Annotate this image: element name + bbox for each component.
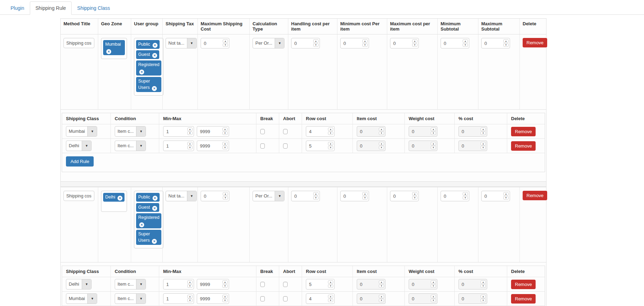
condition-select[interactable]: Item c...▼: [115, 279, 146, 289]
remove-tag-icon[interactable]: ✕: [118, 196, 122, 201]
remove-tag-icon[interactable]: ✕: [152, 206, 157, 211]
shipping-class-select[interactable]: Delhi▼: [66, 141, 92, 151]
spin-down-button[interactable]: ▼: [313, 196, 318, 200]
min-input[interactable]: ▲▼: [163, 293, 194, 304]
remove-tag-icon[interactable]: ✕: [139, 70, 144, 74]
spin-up-button[interactable]: ▲: [187, 280, 193, 284]
weight-cost-input[interactable]: ▲▼: [409, 141, 437, 151]
break-checkbox[interactable]: [260, 282, 265, 287]
spin-down-button[interactable]: ▼: [328, 284, 333, 288]
remove-tag-icon[interactable]: ✕: [152, 86, 157, 91]
weight-cost-input[interactable]: ▲▼: [409, 293, 437, 304]
max-shipping-cost-input[interactable]: ▲▼: [201, 38, 229, 48]
condition-select[interactable]: Item c...▼: [115, 141, 146, 151]
spin-up-button[interactable]: ▲: [379, 295, 384, 298]
spin-up-button[interactable]: ▲: [362, 39, 368, 43]
spin-down-button[interactable]: ▼: [223, 43, 228, 47]
row-cost-input[interactable]: ▲▼: [306, 293, 335, 304]
geo-zone-box[interactable]: Mumbai ✕: [101, 38, 127, 59]
spin-up-button[interactable]: ▲: [222, 280, 228, 284]
shipping-tax-select[interactable]: Not ta...▼: [166, 191, 197, 201]
spin-up-button[interactable]: ▲: [481, 128, 486, 131]
spin-down-button[interactable]: ▼: [481, 146, 486, 149]
shipping-class-select[interactable]: Mumbai▼: [66, 293, 97, 304]
spin-down-button[interactable]: ▼: [222, 299, 228, 302]
break-checkbox[interactable]: [260, 296, 265, 301]
weight-cost-input[interactable]: ▲▼: [409, 279, 437, 289]
spin-up-button[interactable]: ▲: [503, 192, 509, 196]
spin-down-button[interactable]: ▼: [328, 146, 333, 149]
spin-down-button[interactable]: ▼: [431, 146, 436, 149]
remove-tag-icon[interactable]: ✕: [152, 239, 157, 244]
spin-down-button[interactable]: ▼: [379, 131, 384, 135]
handling-cost-input[interactable]: ▲▼: [291, 38, 320, 48]
spin-up-button[interactable]: ▲: [328, 142, 333, 145]
max-cost-per-item-input[interactable]: ▲▼: [390, 38, 419, 48]
spin-down-button[interactable]: ▼: [379, 299, 384, 302]
remove-tag-icon[interactable]: ✕: [153, 43, 157, 48]
percent-cost-input[interactable]: ▲▼: [458, 279, 487, 289]
abort-checkbox[interactable]: [283, 143, 288, 149]
spin-up-button[interactable]: ▲: [313, 39, 318, 43]
break-checkbox[interactable]: [260, 143, 265, 149]
max-input[interactable]: ▲▼: [197, 293, 229, 304]
abort-checkbox[interactable]: [283, 282, 288, 287]
remove-rule-button[interactable]: Remove: [523, 191, 547, 200]
spin-down-button[interactable]: ▼: [431, 131, 436, 135]
spin-down-button[interactable]: ▼: [362, 43, 368, 47]
method-title-input[interactable]: [63, 191, 94, 201]
shipping-class-select[interactable]: Mumbai▼: [66, 126, 97, 137]
remove-sub-rule-button[interactable]: Remove: [511, 280, 536, 289]
remove-sub-rule-button[interactable]: Remove: [511, 127, 536, 136]
spin-up-button[interactable]: ▲: [412, 39, 417, 43]
spin-up-button[interactable]: ▲: [431, 128, 436, 131]
item-cost-input[interactable]: ▲▼: [357, 141, 385, 151]
spin-up-button[interactable]: ▲: [431, 295, 436, 298]
spin-up-button[interactable]: ▲: [481, 280, 486, 284]
spin-up-button[interactable]: ▲: [328, 280, 333, 284]
remove-rule-button[interactable]: Remove: [523, 38, 547, 47]
tab-shipping-class[interactable]: Shipping Class: [72, 1, 115, 15]
min-input[interactable]: ▲▼: [163, 279, 194, 289]
spin-down-button[interactable]: ▼: [187, 146, 193, 149]
abort-checkbox[interactable]: [283, 296, 288, 301]
spin-down-button[interactable]: ▼: [503, 196, 509, 200]
remove-tag-icon[interactable]: ✕: [139, 222, 144, 227]
max-input[interactable]: ▲▼: [197, 126, 229, 137]
spin-up-button[interactable]: ▲: [223, 192, 228, 196]
item-cost-input[interactable]: ▲▼: [357, 293, 385, 304]
spin-up-button[interactable]: ▲: [431, 142, 436, 145]
spin-up-button[interactable]: ▲: [503, 39, 509, 43]
calculation-type-select[interactable]: Per Or...▼: [253, 38, 284, 48]
remove-sub-rule-button[interactable]: Remove: [511, 294, 536, 304]
add-rule-button[interactable]: Add Rule: [66, 156, 94, 167]
abort-checkbox[interactable]: [283, 129, 288, 134]
spin-up-button[interactable]: ▲: [313, 192, 318, 196]
weight-cost-input[interactable]: ▲▼: [409, 126, 437, 137]
percent-cost-input[interactable]: ▲▼: [458, 141, 487, 151]
spin-up-button[interactable]: ▲: [187, 142, 193, 145]
item-cost-input[interactable]: ▲▼: [357, 126, 385, 137]
min-subtotal-input[interactable]: ▲▼: [441, 191, 469, 201]
spin-down-button[interactable]: ▼: [187, 131, 193, 135]
spin-up-button[interactable]: ▲: [412, 192, 417, 196]
spin-down-button[interactable]: ▼: [187, 299, 193, 302]
condition-select[interactable]: Item c...▼: [115, 126, 146, 137]
shipping-tax-select[interactable]: Not ta...▼: [166, 38, 197, 48]
max-shipping-cost-input[interactable]: ▲▼: [201, 191, 229, 201]
spin-down-button[interactable]: ▼: [503, 43, 509, 47]
spin-up-button[interactable]: ▲: [379, 128, 384, 131]
spin-up-button[interactable]: ▲: [463, 192, 468, 196]
max-subtotal-input[interactable]: ▲▼: [481, 38, 510, 48]
remove-tag-icon[interactable]: ✕: [106, 49, 111, 54]
percent-cost-input[interactable]: ▲▼: [458, 293, 487, 304]
spin-down-button[interactable]: ▼: [222, 131, 228, 135]
geo-zone-box[interactable]: Delhi ✕: [101, 191, 127, 212]
max-input[interactable]: ▲▼: [197, 141, 229, 151]
row-cost-input[interactable]: ▲▼: [306, 126, 335, 137]
spin-up-button[interactable]: ▲: [222, 128, 228, 131]
spin-up-button[interactable]: ▲: [222, 142, 228, 145]
spin-down-button[interactable]: ▼: [412, 196, 417, 200]
spin-up-button[interactable]: ▲: [328, 128, 333, 131]
spin-down-button[interactable]: ▼: [412, 43, 417, 47]
